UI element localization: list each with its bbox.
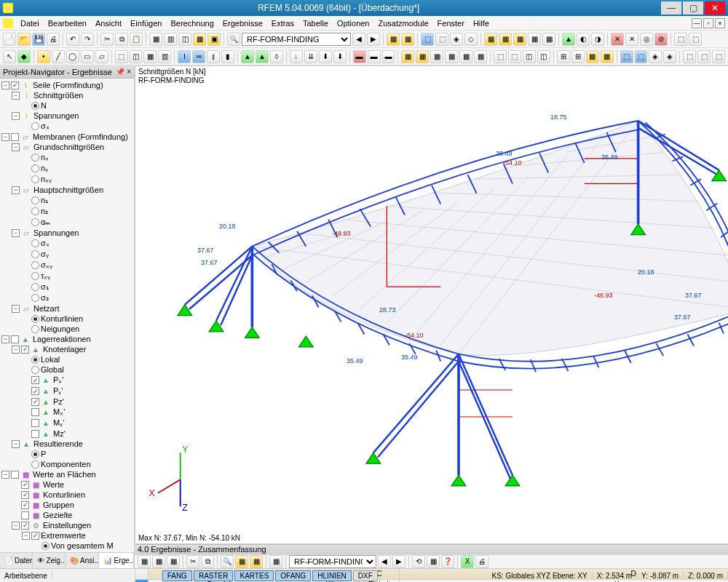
nav-tab-ansi[interactable]: 🎨Ansi... bbox=[66, 553, 99, 568]
tree-result[interactable]: −▲Resultierende bbox=[1, 439, 132, 449]
minimize-button[interactable]: — bbox=[661, 1, 681, 15]
tb-i4[interactable]: ▦ bbox=[193, 33, 206, 46]
tree-p[interactable]: P bbox=[1, 449, 132, 459]
t2-15[interactable]: ▮ bbox=[221, 50, 234, 63]
tree-n[interactable]: N bbox=[1, 100, 132, 111]
tb-r1[interactable]: ▦ bbox=[387, 33, 400, 46]
t2-16[interactable]: ▲ bbox=[241, 50, 254, 63]
tree-einst[interactable]: −✓⚙Einstellungen bbox=[1, 520, 132, 530]
tree-mz[interactable]: ▲Mz' bbox=[1, 428, 132, 439]
tree-ny[interactable]: nᵧ bbox=[1, 163, 132, 174]
menu-hilfe[interactable]: Hilfe bbox=[469, 17, 494, 29]
tree-von-ges[interactable]: Von gesamtem M bbox=[1, 541, 132, 551]
tb-v2[interactable]: ⬚ bbox=[435, 33, 448, 46]
rt-8[interactable]: ▦ bbox=[250, 555, 263, 568]
menu-ansicht[interactable]: Ansicht bbox=[91, 17, 126, 29]
tree-alpha-m[interactable]: αₘ bbox=[1, 217, 132, 228]
sbtn-ofang[interactable]: OFANG bbox=[275, 570, 311, 581]
t2-30[interactable]: ▦ bbox=[459, 50, 472, 63]
loadcase-combo[interactable]: RF-FORM-FINDING bbox=[242, 33, 351, 46]
sbtn-fang[interactable]: FANG bbox=[162, 570, 192, 581]
t2-38[interactable]: ▦ bbox=[586, 50, 599, 63]
rt-1[interactable]: ▦ bbox=[138, 555, 151, 568]
t2-11[interactable]: ▥ bbox=[158, 50, 171, 63]
tb-next[interactable]: ▶ bbox=[367, 33, 380, 46]
rt-10[interactable]: ⟲ bbox=[412, 555, 425, 568]
t2-29[interactable]: ▦ bbox=[445, 50, 458, 63]
t2-12[interactable]: Ⅰ bbox=[178, 50, 191, 63]
rt-next[interactable]: ▶ bbox=[392, 555, 405, 568]
tb-c3[interactable]: ▦ bbox=[513, 33, 526, 46]
t2-17[interactable]: ▲ bbox=[256, 50, 269, 63]
t2-3[interactable]: • bbox=[37, 50, 50, 63]
tree-neig[interactable]: Neigungen bbox=[1, 324, 132, 334]
tb-c2[interactable]: ▦ bbox=[499, 33, 512, 46]
menu-extras[interactable]: Extras bbox=[267, 17, 298, 29]
tb-d4[interactable]: ⊘ bbox=[654, 33, 668, 46]
results-combo[interactable]: RF-FORM-FINDING bbox=[289, 555, 376, 568]
tree-grund[interactable]: −▱Grundschnittgrößen bbox=[1, 142, 132, 152]
t2-33[interactable]: ⬚ bbox=[508, 50, 521, 63]
tree-knoten[interactable]: −✓▲Knotenlager bbox=[1, 344, 132, 354]
tree-nxy[interactable]: nₓᵧ bbox=[1, 174, 132, 185]
t2-8[interactable]: ⬚ bbox=[115, 50, 128, 63]
tb-new[interactable]: 📄 bbox=[3, 33, 16, 46]
rt-print[interactable]: 🖨 bbox=[475, 555, 488, 568]
nav-pin-icon[interactable]: 📌 × bbox=[116, 68, 131, 76]
t2-5[interactable]: ◯ bbox=[66, 50, 79, 63]
t2-36[interactable]: ⊞ bbox=[557, 50, 570, 63]
nav-tab-zeig[interactable]: 👁Zeig... bbox=[33, 553, 66, 568]
tb-g3[interactable]: ◑ bbox=[591, 33, 604, 46]
tree-sy[interactable]: σᵧ bbox=[1, 249, 132, 260]
rt-11[interactable]: ▦ bbox=[427, 555, 440, 568]
tb-c4[interactable]: ▦ bbox=[528, 33, 541, 46]
viewport-3d[interactable]: Schnittgrößen N [kN] RF-FORM-FINDING bbox=[135, 65, 728, 544]
tree-schnitt[interactable]: −⌇Schnittgrößen bbox=[1, 90, 132, 100]
t2-45[interactable]: ⬚ bbox=[697, 50, 711, 63]
sbtn-dxf[interactable]: DXF bbox=[353, 570, 378, 581]
t2-20[interactable]: ⇊ bbox=[304, 50, 317, 63]
t2-28[interactable]: ▦ bbox=[430, 50, 443, 63]
tree-werte-f[interactable]: −▦Werte an Flächen bbox=[1, 469, 132, 479]
tree-extrem[interactable]: −✓Extremwerte bbox=[1, 530, 132, 541]
t2-41[interactable]: ⬚ bbox=[635, 50, 648, 63]
t2-31[interactable]: ▦ bbox=[474, 50, 487, 63]
tb-copy[interactable]: ⧉ bbox=[115, 33, 128, 46]
rt-12[interactable]: ❓ bbox=[441, 555, 454, 568]
tb-i1[interactable]: ▦ bbox=[149, 33, 162, 46]
tb-find[interactable]: 🔍 bbox=[227, 33, 240, 46]
tree-kontur[interactable]: Konturlinien bbox=[1, 314, 132, 324]
tree-sigma-x[interactable]: σₓ bbox=[1, 121, 132, 132]
t2-44[interactable]: ⬚ bbox=[683, 50, 696, 63]
tree-werte[interactable]: ✓▦Werte bbox=[1, 479, 132, 490]
tree-lager[interactable]: −▲Lagerreaktionen bbox=[1, 334, 132, 344]
t2-18[interactable]: ◊ bbox=[270, 50, 283, 63]
tb-open[interactable]: 📂 bbox=[17, 33, 31, 46]
tb-e2[interactable]: ⬚ bbox=[689, 33, 702, 46]
t2-10[interactable]: ▦ bbox=[143, 50, 157, 63]
tree-my[interactable]: ▲Mᵧ' bbox=[1, 418, 132, 428]
tree-membranen[interactable]: −▱Membranen (Formfindung) bbox=[1, 132, 132, 142]
menu-ergebnisse[interactable]: Ergebnisse bbox=[218, 17, 267, 29]
tree-sx[interactable]: σₓ bbox=[1, 238, 132, 249]
rt-6[interactable]: 🔍 bbox=[221, 555, 234, 568]
sbtn-kartes[interactable]: KARTES bbox=[234, 570, 274, 581]
t2-27[interactable]: ▦ bbox=[416, 50, 429, 63]
tb-paste[interactable]: 📋 bbox=[130, 33, 143, 46]
tree-mx[interactable]: ▲Mₓ' bbox=[1, 407, 132, 418]
rt-5[interactable]: ⧉ bbox=[201, 555, 214, 568]
t2-24[interactable]: ▬ bbox=[368, 50, 381, 63]
tree-netzart[interactable]: −▱Netzart bbox=[1, 303, 132, 314]
t2-2[interactable]: ◆ bbox=[17, 50, 31, 63]
rt-prev[interactable]: ◀ bbox=[378, 555, 391, 568]
tb-g2[interactable]: ◐ bbox=[577, 33, 590, 46]
rt-3[interactable]: ▦ bbox=[167, 555, 180, 568]
t2-13[interactable]: ═ bbox=[192, 50, 205, 63]
t2-35[interactable]: ◫ bbox=[537, 50, 550, 63]
tb-save[interactable]: 💾 bbox=[32, 33, 45, 46]
tree-sxy[interactable]: σₓᵧ bbox=[1, 260, 132, 271]
t2-37[interactable]: ⊞ bbox=[571, 50, 585, 63]
tb-v4[interactable]: ◇ bbox=[464, 33, 478, 46]
t2-40[interactable]: ⬚ bbox=[620, 50, 633, 63]
menu-tabelle[interactable]: Tabelle bbox=[298, 17, 333, 29]
